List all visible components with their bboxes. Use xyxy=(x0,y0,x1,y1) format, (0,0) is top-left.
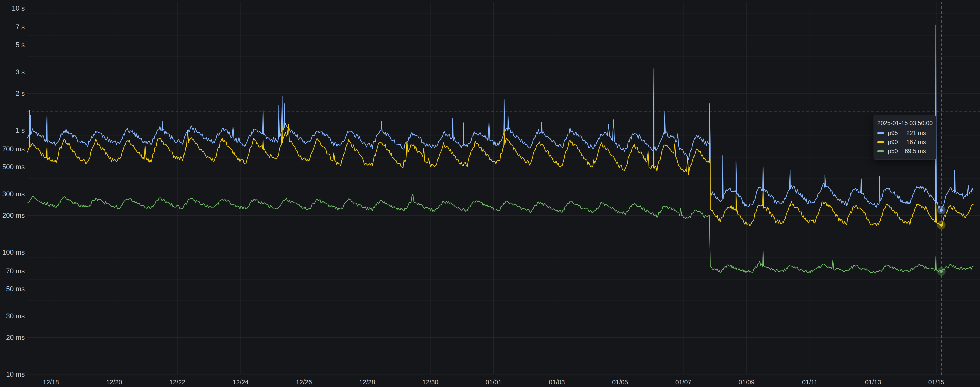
tooltip-swatch-p50 xyxy=(877,150,884,152)
x-axis-tick-label: 01/13 xyxy=(865,379,881,386)
y-axis-tick-label: 20 ms xyxy=(6,334,25,341)
y-axis-tick-label: 30 ms xyxy=(6,312,25,320)
tooltip-series-value: 221 ms xyxy=(906,130,931,136)
tooltip-row-p50: p50 69.5 ms xyxy=(877,148,931,155)
tooltip-series-label: p95 xyxy=(888,130,906,136)
tooltip-timestamp: 2025-01-15 03:50:00 xyxy=(877,120,931,127)
x-axis-tick-label: 12/26 xyxy=(296,379,312,386)
y-axis-tick-label: 5 s xyxy=(16,41,25,49)
x-axis-tick-label: 01/01 xyxy=(485,379,501,386)
y-axis-tick-label: 10 ms xyxy=(6,370,25,378)
tooltip-swatch-p90 xyxy=(877,141,884,143)
x-axis-tick-label: 01/05 xyxy=(612,379,628,386)
x-axis-tick-label: 01/09 xyxy=(738,379,755,386)
tooltip-series-value: 69.5 ms xyxy=(905,148,931,155)
x-axis-tick-label: 12/28 xyxy=(359,379,375,386)
tooltip-row-p90: p90 167 ms xyxy=(877,139,931,146)
x-axis-tick-label: 12/22 xyxy=(169,379,186,386)
x-axis-tick-label: 01/15 xyxy=(928,379,945,386)
y-axis-tick-label: 300 ms xyxy=(2,190,25,198)
y-axis-tick-label: 50 ms xyxy=(6,285,25,293)
tooltip-series-label: p90 xyxy=(888,139,906,146)
y-axis-tick-label: 200 ms xyxy=(2,212,25,219)
latency-percentiles-chart[interactable]: 10 s7 s5 s3 s2 s1 s700 ms500 ms300 ms200… xyxy=(0,0,980,387)
tooltip-row-p95: p95 221 ms xyxy=(877,130,931,136)
y-axis-tick-label: 500 ms xyxy=(2,163,25,171)
y-axis-tick-label: 10 s xyxy=(12,5,25,12)
hover-point-p50 xyxy=(940,270,943,273)
x-axis-tick-label: 12/24 xyxy=(232,379,249,386)
x-axis-labels: 12/1812/2012/2212/2412/2612/2812/3001/01… xyxy=(43,379,944,386)
hover-tooltip: 2025-01-15 03:50:00 p95 221 ms p90 167 m… xyxy=(873,115,936,160)
y-axis-tick-label: 70 ms xyxy=(6,267,25,275)
x-axis-tick-label: 12/20 xyxy=(106,379,122,386)
x-axis-tick-label: 01/11 xyxy=(802,379,818,386)
y-axis-tick-label: 100 ms xyxy=(2,249,25,256)
hover-point-p95 xyxy=(940,209,943,212)
x-axis-tick-label: 12/18 xyxy=(43,379,59,386)
y-axis-tick-label: 3 s xyxy=(16,68,25,76)
latency-panel: 10 s7 s5 s3 s2 s1 s700 ms500 ms300 ms200… xyxy=(0,0,980,387)
y-axis-tick-label: 1 s xyxy=(16,127,25,134)
y-axis-tick-label: 2 s xyxy=(16,90,25,97)
tooltip-series-label: p50 xyxy=(888,148,905,155)
x-axis-tick-label: 01/03 xyxy=(549,379,565,386)
x-axis-tick-label: 12/30 xyxy=(422,379,438,386)
hover-point-p90 xyxy=(940,224,943,226)
y-axis-tick-label: 7 s xyxy=(16,23,25,31)
tooltip-series-value: 167 ms xyxy=(906,139,931,146)
x-axis-tick-label: 01/07 xyxy=(675,379,691,386)
y-axis-tick-label: 700 ms xyxy=(2,145,25,153)
tooltip-swatch-p95 xyxy=(877,132,884,134)
